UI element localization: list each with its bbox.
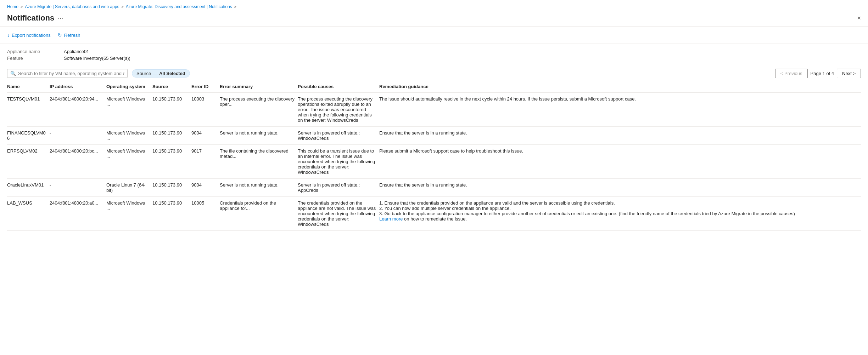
col-header-errorid: Error ID [191, 81, 220, 92]
col-header-name: Name [7, 81, 50, 92]
appliance-row: Appliance name Appliance01 [7, 49, 861, 54]
col-header-errorsummary: Error summary [220, 81, 298, 92]
cell-errorid: 9004 [191, 127, 220, 145]
pagination-controls: < Previous Page 1 of 4 Next > [775, 69, 861, 78]
cell-remediation: Please submit a Microsoft support case t… [379, 145, 861, 179]
feature-label: Feature [7, 56, 64, 61]
meta-section: Appliance name Appliance01 Feature Softw… [0, 44, 868, 66]
source-filter-badge[interactable]: Source == All Selected [132, 69, 190, 78]
cell-source: 10.150.173.90 [152, 179, 191, 197]
cell-errorid: 9017 [191, 145, 220, 179]
col-header-os: Operating system [106, 81, 152, 92]
cell-os: Microsoft Windows ... [106, 127, 152, 145]
next-button[interactable]: Next > [837, 69, 861, 78]
cell-ip: - [50, 179, 106, 197]
breadcrumb-sep-1: > [21, 5, 23, 9]
col-header-ip: IP address [50, 81, 106, 92]
table-row: LAB_WSUS2404:f801:4800:20:a0...Microsoft… [7, 197, 861, 231]
cell-ip: 2404:f801:4800:20:bc... [50, 145, 106, 179]
cell-causes: Server is in powered off state.: AppCred… [298, 179, 379, 197]
close-button[interactable]: × [857, 15, 861, 21]
breadcrumb-notifications[interactable]: Azure Migrate: Discovery and assessment … [126, 4, 232, 9]
page-header: Notifications ··· × [0, 11, 868, 27]
cell-name: LAB_WSUS [7, 197, 50, 231]
notifications-table: Name IP address Operating system Source … [7, 81, 861, 231]
refresh-label: Refresh [64, 33, 80, 38]
cell-source: 10.150.173.90 [152, 127, 191, 145]
breadcrumb-servers[interactable]: Azure Migrate | Servers, databases and w… [25, 4, 119, 9]
table-row: TESTSQLVM012404:f801:4800:20:94...Micros… [7, 92, 861, 127]
appliance-label: Appliance name [7, 49, 64, 54]
export-label: Export notifications [12, 33, 51, 38]
refresh-icon: ↻ [58, 32, 62, 38]
breadcrumb-sep-3: > [234, 5, 236, 9]
cell-name: OracleLinuxVM01 [7, 179, 50, 197]
table-row: OracleLinuxVM01-Oracle Linux 7 (64-bit)1… [7, 179, 861, 197]
cell-os: Oracle Linux 7 (64-bit) [106, 179, 152, 197]
pagination-info: Page 1 of 4 [811, 71, 834, 76]
learn-more-link[interactable]: Learn more [379, 216, 403, 222]
feature-value: Software inventory(65 Server(s)) [64, 56, 130, 61]
remediation-suffix: on how to remediate the issue. [403, 216, 467, 222]
previous-button[interactable]: < Previous [775, 69, 808, 78]
export-icon: ↓ [7, 32, 10, 38]
cell-errorsummary: Server is not a running state. [220, 127, 298, 145]
cell-errorid: 10005 [191, 197, 220, 231]
cell-os: Microsoft Windows ... [106, 197, 152, 231]
cell-causes: The process executing the discovery oper… [298, 92, 379, 127]
cell-source: 10.150.173.90 [152, 197, 191, 231]
table-body: TESTSQLVM012404:f801:4800:20:94...Micros… [7, 92, 861, 231]
cell-causes: The credentials provided on the applianc… [298, 197, 379, 231]
cell-errorid: 10003 [191, 92, 220, 127]
refresh-button[interactable]: ↻ Refresh [58, 31, 80, 39]
cell-os: Microsoft Windows ... [106, 92, 152, 127]
cell-causes: This could be a transient issue due to a… [298, 145, 379, 179]
toolbar: ↓ Export notifications ↻ Refresh [0, 27, 868, 44]
cell-source: 10.150.173.90 [152, 145, 191, 179]
breadcrumb-sep-2: > [121, 5, 123, 9]
export-notifications-button[interactable]: ↓ Export notifications [7, 31, 51, 39]
cell-ip: - [50, 127, 106, 145]
filter-left: 🔍 Source == All Selected [7, 69, 190, 78]
cell-errorsummary: The file containing the discovered metad… [220, 145, 298, 179]
page-title: Notifications [7, 13, 54, 23]
cell-source: 10.150.173.90 [152, 92, 191, 127]
cell-name: TESTSQLVM01 [7, 92, 50, 127]
source-value: All Selected [159, 71, 185, 76]
cell-remediation: Ensure that the server is in a running s… [379, 179, 861, 197]
cell-errorid: 9004 [191, 179, 220, 197]
cell-errorsummary: Credentials provided on the appliance fo… [220, 197, 298, 231]
breadcrumb-home[interactable]: Home [7, 4, 18, 9]
col-header-causes: Possible causes [298, 81, 379, 92]
source-prefix: Source == [136, 71, 158, 76]
cell-remediation: 1. Ensure that the credentials provided … [379, 197, 861, 231]
notifications-table-container: Name IP address Operating system Source … [0, 81, 868, 231]
feature-row: Feature Software inventory(65 Server(s)) [7, 56, 861, 61]
cell-ip: 2404:f801:4800:20:a0... [50, 197, 106, 231]
search-input[interactable] [18, 71, 124, 76]
appliance-value: Appliance01 [64, 49, 89, 54]
more-options-button[interactable]: ··· [58, 15, 63, 22]
table-row: FINANCESQLVM06-Microsoft Windows ...10.1… [7, 127, 861, 145]
col-header-remediation: Remediation guidance [379, 81, 861, 92]
cell-ip: 2404:f801:4800:20:94... [50, 92, 106, 127]
search-box[interactable]: 🔍 [7, 69, 128, 78]
col-header-source: Source [152, 81, 191, 92]
cell-remediation: Ensure that the server is in a running s… [379, 127, 861, 145]
cell-os: Microsoft Windows ... [106, 145, 152, 179]
table-row: ERPSQLVM022404:f801:4800:20:bc...Microso… [7, 145, 861, 179]
search-icon: 🔍 [10, 71, 16, 76]
cell-name: ERPSQLVM02 [7, 145, 50, 179]
cell-remediation: The issue should automatically resolve i… [379, 92, 861, 127]
filter-bar: 🔍 Source == All Selected < Previous Page… [0, 66, 868, 81]
breadcrumb: Home > Azure Migrate | Servers, database… [0, 0, 868, 11]
cell-name: FINANCESQLVM06 [7, 127, 50, 145]
cell-errorsummary: Server is not a running state. [220, 179, 298, 197]
cell-causes: Server is in powered off state.: Windows… [298, 127, 379, 145]
table-header: Name IP address Operating system Source … [7, 81, 861, 92]
cell-errorsummary: The process executing the discovery oper… [220, 92, 298, 127]
